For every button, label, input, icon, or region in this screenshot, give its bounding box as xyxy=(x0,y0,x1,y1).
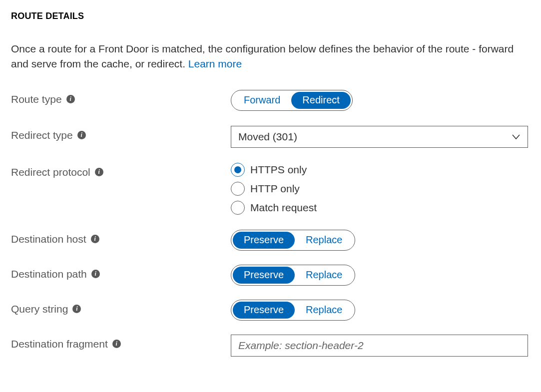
destination-fragment-label-text: Destination fragment xyxy=(11,338,108,350)
info-icon[interactable]: i xyxy=(112,340,121,348)
route-type-label: Route type i xyxy=(11,90,231,105)
radio-icon xyxy=(231,163,245,177)
radio-label: HTTP only xyxy=(250,183,300,195)
radio-icon xyxy=(231,201,245,215)
route-type-redirect[interactable]: Redirect xyxy=(291,92,350,109)
query-string-label: Query string i xyxy=(11,300,231,315)
radio-icon xyxy=(231,182,245,196)
query-string-toggle: Preserve Replace xyxy=(231,300,355,321)
radio-label: Match request xyxy=(250,202,317,214)
destination-host-toggle: Preserve Replace xyxy=(231,230,355,251)
query-string-label-text: Query string xyxy=(11,303,68,315)
info-icon[interactable]: i xyxy=(72,305,81,313)
redirect-type-label-text: Redirect type xyxy=(11,129,73,141)
route-type-toggle: Forward Redirect xyxy=(231,90,353,111)
description-text: Once a route for a Front Door is matched… xyxy=(11,43,514,69)
radio-label: HTTPS only xyxy=(250,164,307,176)
info-icon[interactable]: i xyxy=(91,235,99,243)
route-type-label-text: Route type xyxy=(11,93,62,105)
query-string-preserve[interactable]: Preserve xyxy=(233,302,295,319)
redirect-protocol-label-text: Redirect protocol xyxy=(11,166,90,178)
destination-fragment-label: Destination fragment i xyxy=(11,335,231,350)
destination-fragment-input[interactable] xyxy=(231,335,528,357)
info-icon[interactable]: i xyxy=(91,270,100,278)
destination-path-toggle: Preserve Replace xyxy=(231,265,355,286)
query-string-replace[interactable]: Replace xyxy=(295,302,353,319)
destination-host-preserve[interactable]: Preserve xyxy=(233,232,295,249)
redirect-type-label: Redirect type i xyxy=(11,126,231,141)
info-icon[interactable]: i xyxy=(66,95,75,103)
destination-host-label-text: Destination host xyxy=(11,233,86,245)
destination-path-label-text: Destination path xyxy=(11,268,87,280)
redirect-protocol-http[interactable]: HTTP only xyxy=(231,182,528,196)
destination-path-label: Destination path i xyxy=(11,265,231,280)
redirect-protocol-label: Redirect protocol i xyxy=(11,163,231,178)
info-icon[interactable]: i xyxy=(95,168,103,176)
destination-path-preserve[interactable]: Preserve xyxy=(233,267,295,284)
redirect-protocol-https[interactable]: HTTPS only xyxy=(231,163,528,177)
route-type-forward[interactable]: Forward xyxy=(233,92,291,109)
info-icon[interactable]: i xyxy=(77,131,86,139)
destination-host-replace[interactable]: Replace xyxy=(295,232,353,249)
destination-host-label: Destination host i xyxy=(11,230,231,245)
section-title: ROUTE DETAILS xyxy=(11,11,530,21)
destination-path-replace[interactable]: Replace xyxy=(295,267,353,284)
section-description: Once a route for a Front Door is matched… xyxy=(11,41,526,72)
learn-more-link[interactable]: Learn more xyxy=(188,58,242,69)
redirect-protocol-radio-group: HTTPS only HTTP only Match request xyxy=(231,163,528,215)
redirect-type-select[interactable]: Moved (301) xyxy=(231,126,528,148)
redirect-type-value: Moved (301) xyxy=(231,126,528,148)
redirect-protocol-match[interactable]: Match request xyxy=(231,201,528,215)
